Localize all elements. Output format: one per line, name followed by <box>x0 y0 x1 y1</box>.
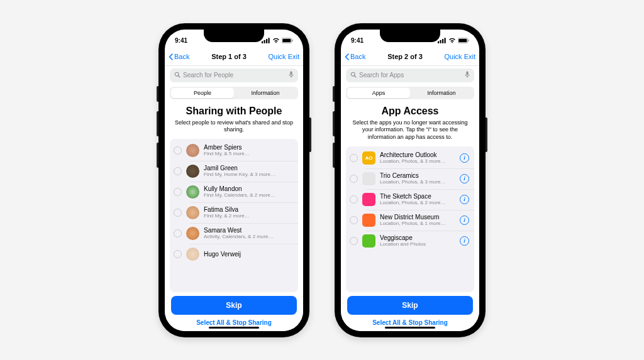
select-all-button[interactable]: Select All & Stop Sharing <box>171 319 297 326</box>
segmented-control[interactable]: Apps Information <box>346 87 474 99</box>
home-indicator[interactable] <box>209 327 259 329</box>
person-name: Jamil Green <box>204 165 293 172</box>
chevron-left-icon <box>169 53 173 60</box>
person-detail: Find My, & 2 more… <box>204 213 293 219</box>
app-icon: AO <box>362 151 375 165</box>
person-detail: Find My, Calendars, & 2 more… <box>204 192 293 198</box>
list-item[interactable]: Kully Mandon Find My, Calendars, & 2 mor… <box>170 182 298 202</box>
app-name: New District Museum <box>380 214 455 221</box>
svg-rect-13 <box>442 39 443 43</box>
segment-apps[interactable]: Apps <box>347 88 410 98</box>
app-icon <box>362 234 375 248</box>
page-heading: App Access <box>347 106 473 117</box>
list-item[interactable]: Samara West Activity, Calendars, & 2 mor… <box>170 223 298 244</box>
list-item[interactable]: Fatima Silva Find My, & 2 more… <box>170 202 298 223</box>
list-item[interactable]: Jamil Green Find My, Home Key, & 3 more… <box>170 161 298 182</box>
checkbox[interactable] <box>174 209 182 217</box>
bottom-bar: Skip Select All & Stop Sharing <box>341 292 479 331</box>
list-item[interactable]: Trio Ceramics Location, Photos, & 3 more… <box>346 168 474 189</box>
info-icon[interactable]: i <box>460 174 469 183</box>
checkbox[interactable] <box>174 229 182 237</box>
app-detail: Location and Photos <box>380 241 455 247</box>
checkbox[interactable] <box>350 154 358 162</box>
avatar <box>186 165 199 178</box>
info-icon[interactable]: i <box>460 195 469 204</box>
people-list[interactable]: Amber Spiers Find My, & 5 more… Jamil Gr… <box>170 139 298 292</box>
person-name: Kully Mandon <box>204 185 293 192</box>
checkbox[interactable] <box>174 250 182 258</box>
avatar <box>186 248 199 261</box>
wifi-icon <box>448 38 456 43</box>
person-name: Samara West <box>204 227 293 234</box>
info-icon[interactable]: i <box>460 236 469 246</box>
list-item[interactable]: Veggiscape Location and Photos i <box>346 231 474 251</box>
svg-rect-20 <box>467 72 469 75</box>
status-time: 9:41 <box>175 37 187 44</box>
mic-icon[interactable] <box>465 71 470 79</box>
svg-rect-16 <box>458 39 467 43</box>
svg-rect-2 <box>266 39 267 43</box>
list-item[interactable]: Amber Spiers Find My, & 5 more… <box>170 140 298 161</box>
svg-rect-0 <box>262 41 263 43</box>
back-button[interactable]: Back <box>345 53 365 60</box>
list-item[interactable]: New District Museum Location, Photos, & … <box>346 210 474 231</box>
svg-rect-9 <box>291 72 292 75</box>
svg-line-8 <box>179 75 180 77</box>
list-item[interactable]: AO Architecture Outlook Location, Photos… <box>346 148 474 168</box>
app-detail: Location, Photos, & 2 more… <box>380 200 455 205</box>
segment-information[interactable]: Information <box>410 88 473 98</box>
app-name: Veggiscape <box>380 234 455 241</box>
checkbox[interactable] <box>174 167 182 175</box>
mic-icon[interactable] <box>289 71 294 79</box>
notch <box>380 30 440 42</box>
segmented-control[interactable]: People Information <box>170 87 298 99</box>
checkbox[interactable] <box>174 146 182 155</box>
phone-mockup-left: 9:41 Back Step 1 of 3 Quick Exit Search … <box>158 23 309 337</box>
avatar <box>186 206 199 219</box>
nav-title: Step 2 of 3 <box>387 53 423 60</box>
phone-mockup-right: 9:41 Back Step 2 of 3 Quick Exit Search … <box>335 23 486 337</box>
battery-icon <box>282 38 293 43</box>
back-button[interactable]: Back <box>169 53 189 60</box>
quick-exit-button[interactable]: Quick Exit <box>444 53 475 60</box>
list-item[interactable]: The Sketch Space Location, Photos, & 2 m… <box>346 189 474 210</box>
search-icon <box>174 72 180 79</box>
svg-rect-1 <box>264 40 265 43</box>
svg-rect-14 <box>445 38 446 43</box>
svg-line-19 <box>355 75 357 77</box>
checkbox[interactable] <box>350 175 358 183</box>
nav-bar: Back Step 2 of 3 Quick Exit <box>341 48 479 66</box>
page-subheading: Select the apps you no longer want acces… <box>350 119 470 141</box>
avatar <box>186 227 199 240</box>
app-name: Trio Ceramics <box>380 172 455 179</box>
status-time: 9:41 <box>351 37 364 44</box>
list-item[interactable]: Hugo Verweij <box>170 244 298 265</box>
svg-rect-3 <box>269 38 270 43</box>
quick-exit-button[interactable]: Quick Exit <box>268 53 299 60</box>
svg-rect-11 <box>438 41 439 43</box>
page-heading: Sharing with People <box>171 106 297 117</box>
apps-list[interactable]: AO Architecture Outlook Location, Photos… <box>346 146 474 292</box>
checkbox[interactable] <box>350 216 358 224</box>
skip-button[interactable]: Skip <box>171 296 297 315</box>
skip-button[interactable]: Skip <box>347 296 473 315</box>
select-all-button[interactable]: Select All & Stop Sharing <box>347 319 473 326</box>
app-detail: Location, Photos, & 1 more… <box>380 221 455 226</box>
person-name: Fatima Silva <box>204 206 293 213</box>
wifi-icon <box>272 38 280 43</box>
info-icon[interactable]: i <box>460 215 469 225</box>
search-input[interactable]: Search for Apps <box>346 68 474 82</box>
segment-people[interactable]: People <box>171 88 234 98</box>
checkbox[interactable] <box>174 188 182 196</box>
home-indicator[interactable] <box>385 327 435 329</box>
nav-title: Step 1 of 3 <box>211 53 247 60</box>
info-icon[interactable]: i <box>460 153 469 163</box>
svg-rect-17 <box>468 40 469 41</box>
segment-information[interactable]: Information <box>234 88 297 98</box>
search-icon <box>350 72 357 79</box>
checkbox[interactable] <box>350 195 358 204</box>
search-input[interactable]: Search for People <box>170 68 298 82</box>
checkbox[interactable] <box>350 237 358 245</box>
person-detail: Find My, Home Key, & 3 more… <box>204 172 293 177</box>
app-name: Architecture Outlook <box>380 151 455 158</box>
